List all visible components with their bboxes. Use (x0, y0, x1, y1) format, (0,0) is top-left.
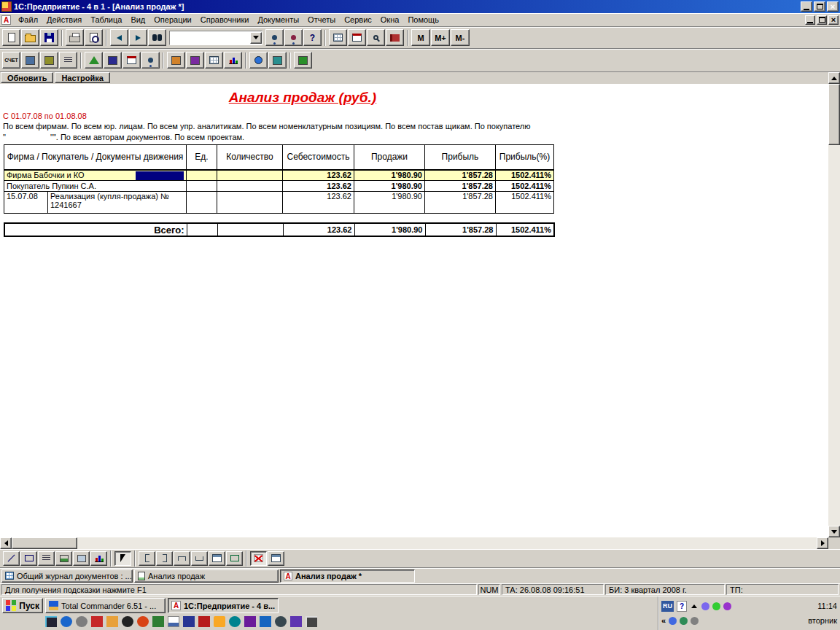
menu-documents[interactable]: Документы (253, 14, 303, 26)
quicklaunch-icon-17[interactable] (290, 616, 302, 627)
quicklaunch-icon-5[interactable] (106, 616, 118, 627)
cell-sales[interactable]: 1'980.90 (354, 170, 425, 181)
header-qty[interactable]: Количество (217, 145, 283, 170)
print-button[interactable] (66, 29, 84, 46)
merge-cells-button[interactable] (226, 551, 243, 566)
menu-reports[interactable]: Отчеты (303, 14, 340, 26)
header-cost[interactable]: Себестоимость (283, 145, 354, 170)
horizontal-scrollbar[interactable] (0, 537, 828, 549)
globe-button[interactable] (249, 52, 268, 69)
window-tab-report-active[interactable]: A Анализ продаж * (280, 569, 415, 583)
cell-cost[interactable]: 123.62 (283, 192, 354, 214)
selected-cell[interactable] (136, 171, 184, 180)
header-profit-pct[interactable]: Прибыль(%) (496, 145, 554, 170)
total-qty[interactable] (217, 223, 283, 236)
diagram-button[interactable] (90, 551, 107, 566)
show-headers-toggle-button[interactable] (268, 551, 284, 566)
cell-profit[interactable]: 1'857.28 (425, 170, 496, 181)
menu-view[interactable]: Вид (126, 14, 149, 26)
total-profit-pct[interactable]: 1502.411% (496, 223, 554, 236)
total-profit[interactable]: 1'857.28 (425, 223, 496, 236)
quick-select-combo[interactable] (169, 31, 262, 45)
wand-button[interactable] (167, 52, 185, 69)
calendar-button[interactable] (348, 29, 366, 46)
line-tool-button[interactable] (3, 551, 20, 566)
quicklaunch-desktop-icon[interactable] (45, 616, 57, 627)
scroll-up-button[interactable] (828, 72, 840, 84)
help-button[interactable]: ? (303, 29, 322, 46)
menu-operations[interactable]: Операции (149, 14, 195, 26)
tray-icon-3[interactable] (723, 602, 731, 610)
exchange-button[interactable] (294, 52, 312, 69)
find-button[interactable] (148, 29, 166, 46)
rectangle-tool-button[interactable] (20, 551, 37, 566)
filter-button[interactable] (284, 29, 303, 46)
quicklaunch-browser-icon[interactable] (61, 616, 72, 627)
cell-profit-pct[interactable]: 1502.411% (496, 181, 554, 192)
close-button[interactable]: × (827, 1, 839, 12)
cell-qty[interactable] (217, 181, 283, 192)
pyramid-button[interactable] (85, 52, 103, 69)
memory-m-button[interactable]: M (411, 29, 430, 46)
list-button[interactable] (59, 52, 77, 69)
task-button-total-commander[interactable]: Total Commander 6.51 - ... (45, 598, 166, 613)
quicklaunch-opera-icon[interactable] (137, 616, 149, 627)
report-document-icon[interactable]: A (1, 15, 11, 25)
refresh-button[interactable]: Обновить (1, 72, 53, 83)
cell-date[interactable]: 15.07.08 (4, 192, 48, 214)
quicklaunch-icon-13[interactable] (229, 616, 241, 627)
chart-button[interactable] (224, 52, 242, 69)
cell-profit[interactable]: 1'857.28 (425, 192, 496, 214)
new-document-button[interactable] (2, 29, 20, 46)
horizontal-scroll-thumb[interactable] (12, 537, 77, 549)
tray-help-icon[interactable]: ? (677, 601, 687, 612)
tray-icon-4[interactable] (669, 617, 677, 625)
ole-object-button[interactable] (73, 551, 90, 566)
save-button[interactable] (40, 29, 58, 46)
headers-area-button[interactable] (209, 551, 225, 566)
cell-cost[interactable]: 123.62 (283, 181, 354, 192)
cell-profit-pct[interactable]: 1502.411% (496, 170, 554, 181)
cell-unit[interactable] (187, 192, 217, 214)
cell-sales[interactable]: 1'980.90 (354, 181, 425, 192)
picture-tool-button[interactable] (55, 551, 72, 566)
mdi-restore-button[interactable] (817, 15, 827, 25)
redo-button[interactable] (129, 29, 147, 46)
start-button[interactable]: Пуск (2, 598, 43, 613)
minimize-button[interactable] (801, 1, 812, 12)
quicklaunch-icon-18[interactable] (306, 616, 317, 627)
menu-catalogs[interactable]: Справочники (196, 14, 254, 26)
cell-profit[interactable]: 1'857.28 (425, 181, 496, 192)
open-button[interactable] (21, 29, 39, 46)
section-top-button[interactable] (174, 551, 190, 566)
cell-profit-pct[interactable]: 1502.411% (496, 192, 554, 214)
menu-file[interactable]: Файл (14, 14, 42, 26)
restore-button[interactable] (814, 1, 825, 12)
menu-help[interactable]: Помощь (403, 14, 443, 26)
window-tab-journal[interactable]: Общий журнал документов : ... (1, 569, 133, 583)
tray-icon-5[interactable] (680, 617, 688, 625)
cell-group[interactable]: Покупатель Пупкин С.А. (4, 181, 187, 192)
calculator-button[interactable] (367, 29, 385, 46)
table-settings-button[interactable] (329, 29, 347, 46)
horizontal-scroll-track[interactable] (77, 537, 817, 549)
mdi-minimize-button[interactable] (805, 15, 815, 25)
header-profit[interactable]: Прибыль (425, 145, 496, 170)
menu-actions[interactable]: Действия (42, 14, 86, 26)
quicklaunch-folder-icon[interactable] (214, 616, 225, 627)
section-right-button[interactable] (156, 551, 173, 566)
mdi-close-button[interactable]: × (828, 15, 839, 25)
notebook-button[interactable] (104, 52, 122, 69)
tray-chevron-button[interactable] (690, 601, 699, 612)
print-preview-button[interactable] (85, 29, 103, 46)
quicklaunch-mail-icon[interactable] (168, 616, 179, 627)
monitor-button[interactable] (268, 52, 287, 69)
section-bottom-button[interactable] (191, 551, 208, 566)
assistant-button[interactable] (186, 52, 204, 69)
tray-icon-2[interactable] (712, 602, 720, 610)
language-indicator[interactable]: RU (661, 601, 674, 612)
settings-button[interactable]: Настройка (55, 72, 109, 83)
undo-button[interactable] (110, 29, 128, 46)
users-button[interactable] (141, 52, 160, 69)
section-left-button[interactable] (139, 551, 155, 566)
